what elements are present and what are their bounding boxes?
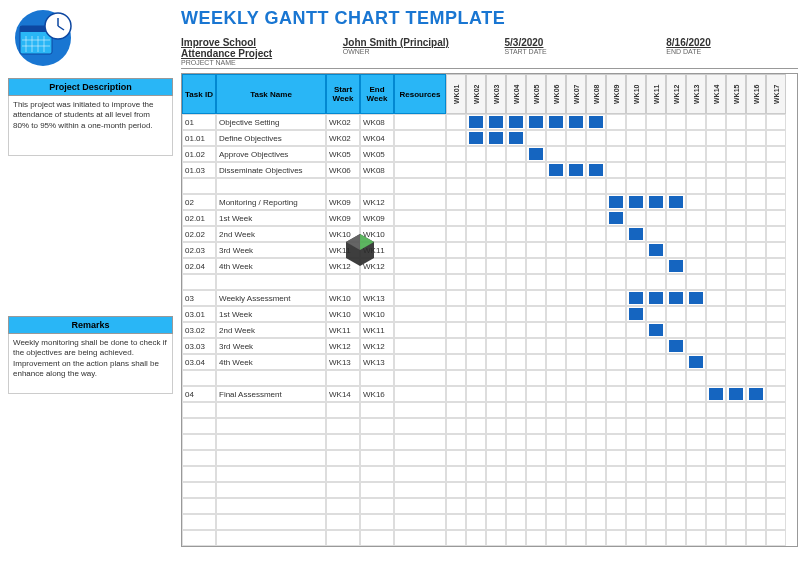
task-res-cell <box>394 338 446 354</box>
gantt-cell <box>706 386 726 402</box>
gantt-cell <box>606 130 626 146</box>
gantt-cell <box>566 450 586 466</box>
week-header: WK15 <box>726 74 746 114</box>
gantt-cell <box>746 466 766 482</box>
gantt-cell <box>766 370 786 386</box>
gantt-cell <box>726 354 746 370</box>
gantt-cell <box>666 290 686 306</box>
gantt-cell <box>446 434 466 450</box>
gantt-cell <box>446 162 466 178</box>
gantt-cell <box>646 146 666 162</box>
gantt-cell <box>766 322 786 338</box>
gantt-cell <box>706 354 726 370</box>
gantt-cell <box>546 210 566 226</box>
gantt-cell <box>626 370 646 386</box>
gantt-cell <box>546 498 566 514</box>
gantt-cell <box>766 258 786 274</box>
task-end-cell: WK13 <box>360 354 394 370</box>
gantt-cell <box>526 242 546 258</box>
gantt-cell <box>666 354 686 370</box>
task-start-cell <box>326 514 360 530</box>
task-start-cell: WK12 <box>326 338 360 354</box>
gantt-cell <box>546 162 566 178</box>
gantt-cell <box>566 162 586 178</box>
gantt-cell <box>706 162 726 178</box>
gantt-cell <box>466 338 486 354</box>
gantt-bar <box>729 388 743 400</box>
gantt-cell <box>666 450 686 466</box>
task-id-cell: 02 <box>182 194 216 210</box>
task-end-cell <box>360 498 394 514</box>
gantt-cell <box>766 402 786 418</box>
gantt-cell <box>606 530 626 546</box>
gantt-bar <box>629 308 643 320</box>
gantt-cell <box>546 322 566 338</box>
gantt-cell <box>586 146 606 162</box>
task-name-cell: Weekly Assessment <box>216 290 326 306</box>
week-header: WK08 <box>586 74 606 114</box>
gantt-cell <box>526 402 546 418</box>
gantt-cell <box>626 274 646 290</box>
gantt-cell <box>686 338 706 354</box>
gantt-cell <box>626 178 646 194</box>
gantt-cell <box>626 210 646 226</box>
gantt-cell <box>746 242 766 258</box>
task-start-cell: WK09 <box>326 194 360 210</box>
remarks-body: Weekly monitoring shall be done to check… <box>8 334 173 394</box>
task-res-cell <box>394 418 446 434</box>
task-start-cell <box>326 418 360 434</box>
task-id-cell: 02.03 <box>182 242 216 258</box>
gantt-cell <box>546 178 566 194</box>
gantt-cell <box>466 530 486 546</box>
gantt-cell <box>766 354 786 370</box>
gantt-cell <box>466 242 486 258</box>
gantt-cell <box>546 194 566 210</box>
gantt-cell <box>746 322 766 338</box>
week-header: WK05 <box>526 74 546 114</box>
gantt-cell <box>446 274 466 290</box>
gantt-cell <box>526 322 546 338</box>
gantt-cell <box>586 290 606 306</box>
gantt-cell <box>606 306 626 322</box>
task-res-cell <box>394 402 446 418</box>
task-end-cell: WK08 <box>360 162 394 178</box>
gantt-cell <box>666 194 686 210</box>
gantt-cell <box>726 210 746 226</box>
gantt-cell <box>566 290 586 306</box>
gantt-cell <box>686 386 706 402</box>
gantt-cell <box>746 482 766 498</box>
gantt-cell <box>646 498 666 514</box>
gantt-cell <box>546 482 566 498</box>
gantt-cell <box>506 210 526 226</box>
gantt-cell <box>626 386 646 402</box>
task-id-cell: 01.03 <box>182 162 216 178</box>
task-end-cell <box>360 514 394 530</box>
gantt-cell <box>606 290 626 306</box>
gantt-cell <box>726 418 746 434</box>
gantt-cell <box>486 498 506 514</box>
gantt-cell <box>766 482 786 498</box>
gantt-cell <box>706 226 726 242</box>
task-res-cell <box>394 450 446 466</box>
gantt-cell <box>586 194 606 210</box>
gantt-cell <box>686 242 706 258</box>
gantt-bar <box>669 196 683 208</box>
gantt-bar <box>469 132 483 144</box>
gantt-cell <box>446 338 466 354</box>
gantt-cell <box>606 354 626 370</box>
gantt-cell <box>486 130 506 146</box>
gantt-cell <box>646 290 666 306</box>
gantt-cell <box>646 242 666 258</box>
gantt-cell <box>766 130 786 146</box>
task-id-cell <box>182 370 216 386</box>
gantt-cell <box>486 386 506 402</box>
gantt-cell <box>506 226 526 242</box>
gantt-cell <box>526 386 546 402</box>
gantt-cell <box>546 418 566 434</box>
gantt-cell <box>566 466 586 482</box>
gantt-bar <box>569 116 583 128</box>
gantt-cell <box>746 130 766 146</box>
gantt-cell <box>766 466 786 482</box>
task-start-cell: WK09 <box>326 210 360 226</box>
gantt-cell <box>626 338 646 354</box>
